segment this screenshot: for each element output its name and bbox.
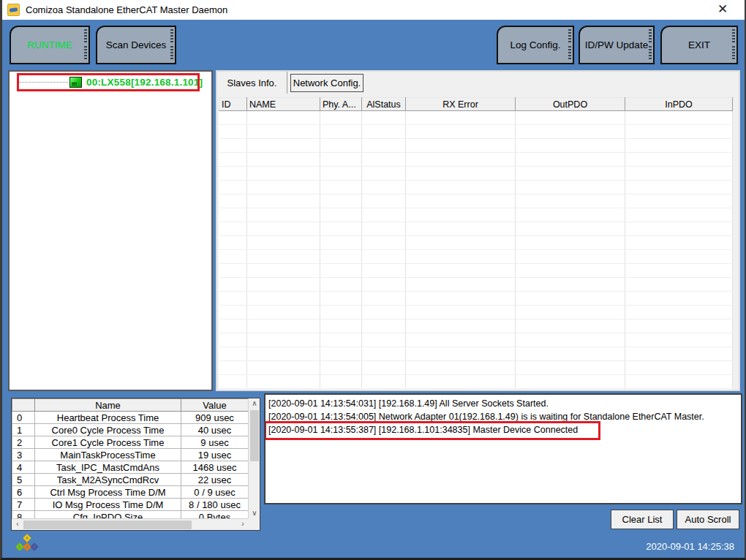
app-icon [7, 4, 20, 16]
scan-devices-button[interactable]: Scan Devices [96, 26, 176, 64]
stats-cell: 0 [12, 412, 35, 424]
runtime-button[interactable]: RUNTIME [10, 26, 90, 64]
logo-diamond-yellow [23, 534, 31, 542]
column-header[interactable]: AlStatus [362, 98, 406, 111]
slave-row-empty [219, 292, 733, 306]
slave-row-empty [219, 250, 733, 264]
stats-cell: Core1 Cycle Process Time [35, 436, 181, 449]
comizoa-logo-icon [15, 534, 42, 556]
tree-node-master[interactable]: 00:LX558[192.168.1.101] [18, 75, 203, 90]
stats-horizontal-scrollbar[interactable]: ‹ › [12, 518, 249, 530]
stats-cell: Cfg. InPDO Size [35, 511, 181, 519]
column-header[interactable]: RX Error [406, 98, 516, 111]
logo-diamond-blue [30, 542, 38, 550]
slaves-table: IDNAMEPhy. A...AlStatusRX ErrorOutPDOInP… [219, 97, 733, 390]
slaves-body [219, 111, 733, 389]
stats-row[interactable]: 7IO Msg Process Time D/M8 / 180 usec [12, 499, 249, 511]
stats-panel: NameValue 0Heartbeat Process Time909 use… [11, 398, 260, 531]
stats-row[interactable]: 8Cfg. InPDO Size0 Bytes [12, 511, 249, 519]
column-header[interactable]: Phy. A... [320, 98, 362, 111]
tree-branch-line [18, 82, 68, 83]
slave-row-empty [219, 264, 733, 278]
close-icon[interactable]: ✕ [712, 1, 734, 18]
idpw-update-button[interactable]: ID/PW Update [579, 26, 655, 64]
slave-row-empty [219, 194, 733, 208]
stats-vertical-scrollbar[interactable]: ∧ ∨ [248, 398, 260, 518]
window-title: Comizoa Standalone EtherCAT Master Daemo… [26, 4, 227, 15]
stats-row[interactable]: 0Heartbeat Process Time909 usec [12, 412, 249, 424]
slave-row-empty [219, 361, 733, 375]
log-line: [2020-09-01 14:13:54:031] [192.168.1.49]… [268, 397, 741, 410]
stats-cell: 7 [12, 499, 35, 511]
stats-cell: MainTaskProcessTime [35, 449, 181, 461]
stats-cell: IO Msg Process Time D/M [35, 499, 181, 511]
column-header[interactable]: InPDO [625, 98, 733, 111]
stats-cell: 19 usec [181, 449, 249, 461]
slave-row-empty [219, 236, 733, 250]
stats-cell: Task_IPC_MastCmdAns [35, 461, 181, 474]
slave-row-empty [219, 125, 733, 139]
column-header[interactable]: NAME [247, 98, 320, 111]
stats-cell: Core0 Cycle Process Time [35, 424, 181, 436]
column-header[interactable]: Value [181, 399, 249, 412]
stats-cell: 1468 usec [181, 461, 249, 474]
tree-node-label: 00:LX558[192.168.1.101] [86, 77, 203, 88]
stats-row[interactable]: 3MainTaskProcessTime19 usec [12, 449, 249, 461]
scrollbar-corner [248, 518, 260, 530]
status-datetime: 2020-09-01 14:25:38 [646, 541, 734, 552]
slave-row-empty [219, 278, 733, 292]
exit-button[interactable]: EXIT [660, 26, 738, 64]
scroll-thumb[interactable] [250, 410, 259, 461]
stats-table: NameValue 0Heartbeat Process Time909 use… [12, 398, 249, 518]
tab-network-config[interactable]: Network Config. [290, 74, 363, 92]
stats-cell: Ctrl Msg Process Time D/M [35, 486, 181, 499]
tab-slaves-info[interactable]: Slaves Info. [217, 72, 287, 94]
stats-cell: 3 [12, 449, 35, 461]
slave-row-empty [219, 333, 733, 347]
slave-row-empty [219, 181, 733, 194]
slave-row-empty [219, 375, 733, 389]
stats-row[interactable]: 1Core0 Cycle Process Time40 usec [12, 424, 249, 436]
stats-cell: 22 usec [181, 474, 249, 486]
slave-row-empty [219, 153, 733, 167]
scroll-up-icon[interactable]: ∧ [249, 398, 260, 409]
stats-cell: 4 [12, 461, 35, 474]
column-header[interactable]: Name [35, 399, 181, 412]
device-tree-panel: 00:LX558[192.168.1.101] [8, 70, 213, 391]
slaves-info-panel: Slaves Info. Network Config. IDNAMEPhy. … [216, 70, 740, 391]
title-bar: Comizoa Standalone EtherCAT Master Daemo… [2, 0, 745, 20]
stats-row[interactable]: 4Task_IPC_MastCmdAns1468 usec [12, 461, 249, 474]
stats-cell: 0 Bytes [181, 511, 249, 519]
stats-cell: 9 usec [181, 436, 249, 449]
stats-row[interactable]: 6Ctrl Msg Process Time D/M0 / 9 usec [12, 486, 249, 499]
slave-row-empty [219, 208, 733, 222]
stats-cell: 1 [12, 424, 35, 436]
scroll-down-icon[interactable]: ∨ [249, 508, 260, 518]
column-header[interactable]: ID [219, 98, 247, 111]
scroll-left-icon[interactable]: ‹ [12, 519, 23, 529]
column-header[interactable] [12, 399, 35, 412]
log-config-button[interactable]: Log Config. [497, 26, 574, 64]
stats-cell: 0 / 9 usec [181, 486, 249, 499]
log-panel: [2020-09-01 14:13:54:031] [192.168.1.49]… [264, 393, 742, 504]
log-lines: [2020-09-01 14:13:54:031] [192.168.1.49]… [268, 397, 741, 436]
column-header[interactable]: OutPDO [516, 98, 625, 111]
stats-cell: 40 usec [181, 424, 249, 436]
stats-cell: 8 / 180 usec [181, 499, 249, 511]
stats-cell: 909 usec [181, 412, 249, 424]
scroll-thumb[interactable] [23, 521, 192, 529]
slave-row-empty [219, 347, 733, 361]
stats-row[interactable]: 2Core1 Cycle Process Time9 usec [12, 436, 249, 449]
stats-row[interactable]: 5Task_M2ASyncCmdRcv22 usec [12, 474, 249, 486]
auto-scroll-button[interactable]: Auto Scroll [677, 510, 739, 529]
clear-list-button[interactable]: Clear List [611, 510, 674, 529]
slave-row-empty [219, 306, 733, 319]
stats-body: 0Heartbeat Process Time909 usec1Core0 Cy… [12, 412, 249, 519]
stats-cell: 6 [12, 486, 35, 499]
stats-cell: 5 [12, 474, 35, 486]
stats-cell: 2 [12, 436, 35, 449]
stats-cell: Heartbeat Process Time [35, 412, 181, 424]
slave-row-empty [219, 167, 733, 181]
slaves-header-row: IDNAMEPhy. A...AlStatusRX ErrorOutPDOInP… [219, 98, 733, 111]
scroll-right-icon[interactable]: › [237, 519, 249, 529]
